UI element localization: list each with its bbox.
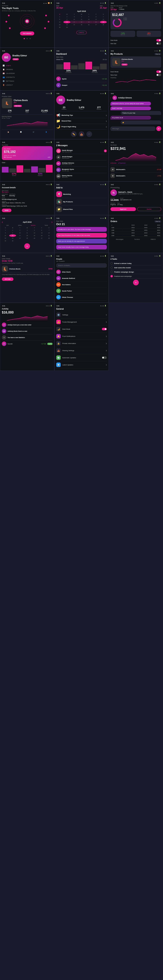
dark-mode-toggle-6[interactable] — [156, 70, 161, 73]
contact-3[interactable]: AA Ava Adams — [56, 282, 107, 288]
task-3[interactable]: Finalize campaign design — [111, 270, 161, 274]
new-sari-toggle-6[interactable] — [156, 74, 161, 76]
cal-13[interactable]: 13 — [92, 18, 100, 21]
nav-project[interactable]: 🌙 Project Night Wing › — [56, 124, 107, 130]
product-card-boots[interactable]: 👢 Chelsea Boots $97 Active — [111, 56, 161, 68]
add-event-button[interactable]: + — [24, 243, 30, 249]
nav-user[interactable]: 👤 — [45, 130, 47, 133]
filter-btn-6[interactable]: Filter by — [154, 53, 161, 55]
sidebar-item-logout[interactable]: 🚪 LOGOUT — [2, 83, 52, 87]
back-arrow[interactable]: ‹ — [111, 97, 111, 99]
sidebar-item-stats[interactable]: 📊 STATS — [2, 64, 52, 67]
auto-update-toggle[interactable] — [102, 356, 107, 359]
new-sari-toggle[interactable] — [156, 42, 161, 45]
get-started-button[interactable]: Get started — [20, 32, 34, 35]
cal-24[interactable]: 24 — [71, 24, 78, 26]
cal-9[interactable]: 9 — [63, 18, 71, 21]
add-my-products[interactable]: 🛍️ My Products — [56, 198, 107, 205]
refund-button[interactable]: REFUND — [2, 277, 13, 281]
settings-dark-mode[interactable]: 🌙 Dark Mode — [56, 326, 107, 333]
cal-14[interactable]: 14 — [100, 18, 107, 21]
cal-10[interactable]: 10 — [71, 18, 78, 21]
task-2[interactable]: Add subscribe model — [111, 266, 161, 270]
share-icon[interactable]: 📤 — [79, 131, 84, 137]
settings-private[interactable]: 🔒 Private Information › — [56, 340, 107, 347]
cal-12[interactable]: 12 — [85, 18, 92, 21]
cal-6[interactable]: 6 — [92, 16, 100, 18]
msg-row-5[interactable]: DM Danny Morris What time? — [56, 173, 107, 179]
task-4[interactable]: ✓ Publish new campaign — [111, 274, 161, 278]
message-input[interactable] — [111, 127, 155, 131]
more-icon[interactable]: ⋯ — [86, 131, 92, 137]
cal-8[interactable]: 8 — [56, 18, 63, 21]
add-marketing[interactable]: 📢 Marketing — [56, 191, 107, 198]
order-row-236[interactable]: #236 24/15 34/15 45/15 — [111, 229, 161, 231]
task-1[interactable]: Extract a winner today — [111, 261, 161, 266]
cal-18[interactable]: 18 — [78, 21, 85, 23]
msg-row-3[interactable]: AS Antalya Simons Welcome to the fix — [56, 161, 107, 167]
save-account-btn[interactable]: SAVE — [2, 208, 11, 212]
decline-button[interactable]: Decline — [137, 207, 161, 211]
order-row-235[interactable]: #235 24/15 34/15 45/15 — [111, 227, 161, 229]
filter-btn-orders[interactable]: Filter by — [154, 220, 161, 223]
cal-17[interactable]: 17 — [71, 21, 78, 23]
cal-21[interactable]: 21 — [100, 21, 107, 23]
cal-2[interactable]: 2 — [63, 16, 71, 18]
msg-row-4[interactable]: BS Benjamin Syms See you later — [56, 167, 107, 173]
task-checkbox-3[interactable] — [111, 270, 113, 273]
cal-19[interactable]: 19 — [85, 21, 92, 23]
add-task-button[interactable]: + — [133, 280, 139, 285]
nav-stats[interactable]: 📊 — [19, 130, 22, 133]
sidebar-item-settings[interactable]: ⚙️ SETTINGS — [2, 80, 52, 83]
order-row-238[interactable]: #238 34/15 34/15 45/15 — [111, 232, 161, 234]
contact-1[interactable]: AD Allan Davis — [56, 269, 107, 275]
search-icon[interactable]: 🔍 — [105, 53, 107, 55]
cal-15[interactable]: 15 — [56, 21, 63, 23]
nav-marketing[interactable]: 📢 Marketing Tips › — [56, 113, 107, 118]
msg-row-2[interactable]: JB Jessie Bolger Sounds good! — [56, 154, 107, 161]
cal-23[interactable]: 23 — [63, 24, 71, 26]
sidebar-item-calendar[interactable]: 📅 CALENDAR — [2, 72, 52, 75]
msg-row-1[interactable]: SM Sarah Morgan Hey! how are you? 2 — [56, 148, 107, 154]
cal-5[interactable]: 5 — [85, 16, 92, 18]
settings-push[interactable]: 🔔 Push Notifications › — [56, 333, 107, 340]
add-shared-files[interactable]: 📁 Shared Files — [56, 205, 107, 213]
cancel-button[interactable]: CANCEL — [76, 31, 87, 34]
settings-latest[interactable]: ⬆️ Latest Updates › — [56, 361, 107, 368]
cal-16[interactable]: 16 — [63, 21, 71, 23]
contact-5[interactable]: OT Olivia Thomas — [56, 294, 107, 301]
nav-orders[interactable]: 🛒 — [32, 130, 35, 133]
nav-shared-files[interactable]: 📁 Shared Files › — [56, 118, 107, 124]
cal-28[interactable]: 28 — [100, 24, 107, 26]
dark-mode-toggle[interactable] — [156, 39, 161, 41]
cal-20[interactable]: 20 — [92, 21, 100, 23]
contact-4[interactable]: SP Sarah Parker — [56, 288, 107, 294]
sidebar-item-contacts[interactable]: 👥 CONTACTS — [2, 76, 52, 79]
settings-sharing[interactable]: 📤 Sharing Settings › — [56, 347, 107, 354]
settings-funds[interactable]: 💰 Funds Management › — [56, 318, 107, 326]
cal-29[interactable]: 29 — [56, 26, 63, 29]
cal-27[interactable]: 27 — [92, 24, 100, 26]
cal-26[interactable]: 26 — [85, 24, 92, 26]
cal-prev[interactable]: ‹ — [2, 220, 3, 224]
task-checkbox-1[interactable] — [111, 262, 113, 264]
cal-next[interactable]: › — [51, 220, 52, 224]
cal-3[interactable]: 3 — [71, 16, 78, 18]
send-button[interactable]: ➤ — [156, 126, 161, 131]
edit-icon[interactable]: ✏️ — [71, 131, 77, 137]
approve-button[interactable]: Approve — [111, 207, 136, 211]
cal-25[interactable]: 25 — [78, 24, 85, 26]
dark-mode-toggle-settings[interactable] — [102, 328, 107, 330]
contact-2[interactable]: AS Amanda Stafford — [56, 275, 107, 282]
search-contacts[interactable] — [56, 263, 107, 267]
settings-settings[interactable]: ⚙️ Settings › — [56, 311, 107, 318]
cal-4[interactable]: 4 — [78, 16, 85, 18]
order-row-239[interactable]: #239 34/15 34/15 45/15 — [111, 235, 161, 237]
task-checkbox-4[interactable]: ✓ — [111, 275, 113, 277]
task-checkbox-2[interactable] — [111, 266, 113, 269]
cal-22[interactable]: 22 — [56, 24, 63, 26]
nav-home[interactable]: 🏠 — [7, 130, 9, 133]
cal-1[interactable]: 1 — [56, 16, 63, 18]
cal-11[interactable]: 11 — [78, 18, 85, 21]
settings-auto-update[interactable]: 🔄 Automatic Updates — [56, 354, 107, 361]
